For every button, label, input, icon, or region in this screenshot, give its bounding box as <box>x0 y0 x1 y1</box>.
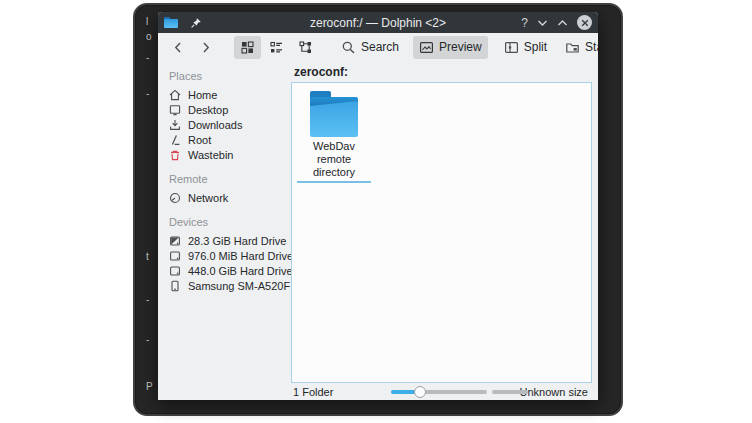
split-button[interactable]: Split <box>498 36 553 59</box>
sidebar-item-phone[interactable]: Samsung SM-A520F <box>158 278 291 293</box>
compact-view-icon <box>269 40 284 55</box>
chevron-left-icon <box>171 40 186 55</box>
backdrop-text-fragment: o <box>146 32 152 42</box>
toolbar: Search Preview Split <box>158 33 598 61</box>
sidebar-item-desktop[interactable]: Desktop <box>158 102 291 117</box>
backdrop-text-fragment: - <box>146 89 149 99</box>
zoom-slider-handle[interactable] <box>414 386 426 398</box>
download-icon <box>169 119 181 131</box>
location-bar[interactable]: zeroconf: <box>291 61 598 82</box>
sidebar-item-label: Home <box>188 89 217 101</box>
backdrop-text-fragment: - <box>146 335 149 345</box>
screen: l o - - t - - P zeroconf:/ — Dolphin <2>… <box>0 0 752 423</box>
sidebar-item-label: 28.3 GiB Hard Drive <box>188 235 286 247</box>
dolphin-app-icon[interactable] <box>164 17 178 28</box>
backdrop-text-fragment: t <box>146 252 149 262</box>
sidebar-item-label: Root <box>188 134 211 146</box>
sidebar-item-label: Downloads <box>188 119 242 131</box>
icons-view-button[interactable] <box>234 36 261 59</box>
trash-icon <box>169 149 181 161</box>
sidebar-item-label: Wastebin <box>188 149 233 161</box>
dolphin-window: zeroconf:/ — Dolphin <2> ? <box>158 12 598 400</box>
sidebar-item-downloads[interactable]: Downloads <box>158 117 291 132</box>
status-folder-count: 1 Folder <box>293 386 333 398</box>
places-panel: Places Home Desktop <box>158 61 291 400</box>
home-icon <box>169 89 181 101</box>
sidebar-item-home[interactable]: Home <box>158 87 291 102</box>
stash-button[interactable]: Stash <box>559 36 598 59</box>
section-header-places: Places <box>158 66 291 87</box>
pin-icon[interactable] <box>190 17 202 29</box>
split-label: Split <box>524 40 547 54</box>
chevron-right-icon <box>198 40 213 55</box>
help-button[interactable]: ? <box>521 17 528 29</box>
sidebar-item-drive-3[interactable]: 448.0 GiB Hard Drive <box>158 263 291 278</box>
file-item-label: WebDav remote directory <box>297 140 371 179</box>
close-button[interactable] <box>577 15 592 30</box>
back-button[interactable] <box>166 36 191 59</box>
minimize-button[interactable] <box>537 19 548 27</box>
status-size: Unknown size <box>520 386 588 398</box>
folder-icon <box>310 91 358 137</box>
hard-drive-icon <box>169 235 181 247</box>
sidebar-item-label: 448.0 GiB Hard Drive <box>188 265 291 277</box>
backdrop-text-fragment: - <box>146 295 149 305</box>
stash-icon <box>565 40 580 55</box>
search-button[interactable]: Search <box>335 36 405 59</box>
folder-view[interactable]: WebDav remote directory <box>291 82 592 383</box>
sidebar-item-drive-2[interactable]: 976.0 MiB Hard Drive <box>158 248 291 263</box>
hard-drive-icon <box>169 250 181 262</box>
statusbar: 1 Folder Unknown size <box>291 383 598 400</box>
sidebar-item-wastebin[interactable]: Wastebin <box>158 147 291 162</box>
network-icon <box>169 192 181 204</box>
backdrop-text-fragment: l <box>146 17 148 27</box>
backdrop-text-fragment: - <box>146 53 149 63</box>
icons-view-icon <box>240 40 255 55</box>
preview-label: Preview <box>439 40 482 54</box>
capacity-bar <box>492 390 528 394</box>
preview-icon <box>419 40 434 55</box>
preview-button[interactable]: Preview <box>413 36 488 59</box>
backdrop-text-fragment: P <box>146 382 153 392</box>
split-icon <box>504 40 519 55</box>
details-view-button[interactable] <box>292 36 319 59</box>
hard-drive-icon <box>169 265 181 277</box>
sidebar-item-label: Samsung SM-A520F <box>188 280 290 292</box>
search-label: Search <box>361 40 399 54</box>
sidebar-item-network[interactable]: Network <box>158 190 291 205</box>
sidebar-item-label: 976.0 MiB Hard Drive <box>188 250 291 262</box>
forward-button[interactable] <box>193 36 218 59</box>
details-view-icon <box>298 40 313 55</box>
section-header-remote: Remote <box>158 169 291 190</box>
compact-view-button[interactable] <box>263 36 290 59</box>
zoom-slider[interactable] <box>391 390 487 394</box>
smartphone-icon <box>169 280 181 292</box>
file-item-underline <box>297 181 371 183</box>
root-icon <box>169 134 181 146</box>
sidebar-item-root[interactable]: Root <box>158 132 291 147</box>
sidebar-item-label: Network <box>188 192 228 204</box>
titlebar[interactable]: zeroconf:/ — Dolphin <2> ? <box>158 12 598 33</box>
desktop-icon <box>169 104 181 116</box>
maximize-button[interactable] <box>557 19 568 27</box>
search-icon <box>341 40 356 55</box>
file-item-webdav[interactable]: WebDav remote directory <box>297 91 371 183</box>
sidebar-item-drive-1[interactable]: 28.3 GiB Hard Drive <box>158 233 291 248</box>
stash-label: Stash <box>585 40 598 54</box>
close-icon <box>581 19 589 27</box>
sidebar-item-label: Desktop <box>188 104 228 116</box>
section-header-devices: Devices <box>158 212 291 233</box>
breadcrumb[interactable]: zeroconf: <box>294 65 348 79</box>
